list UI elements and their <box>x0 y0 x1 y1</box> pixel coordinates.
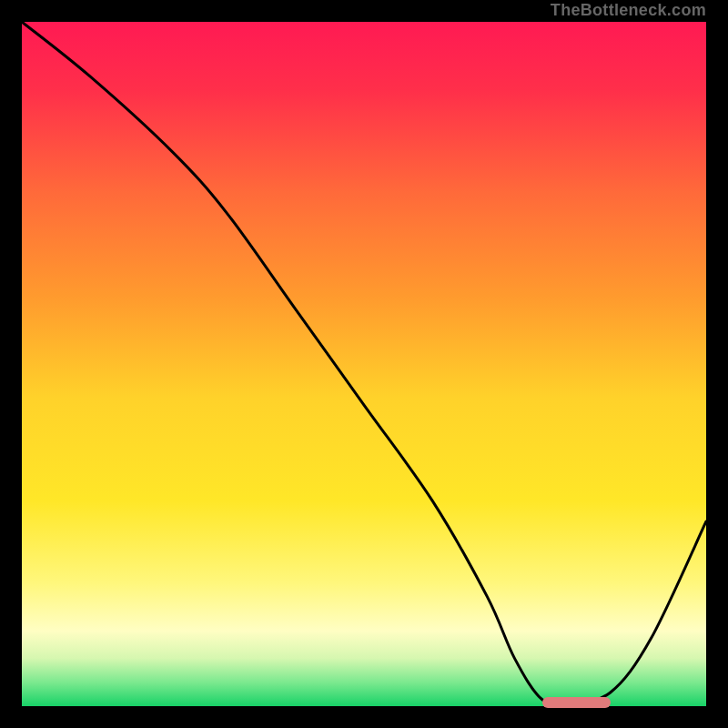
watermark: TheBottleneck.com <box>551 2 706 18</box>
optimum-marker <box>542 697 611 708</box>
chart-frame: TheBottleneck.com <box>0 0 728 728</box>
svg-rect-0 <box>22 22 706 706</box>
gradient-background <box>22 22 706 706</box>
plot-area <box>22 22 706 706</box>
